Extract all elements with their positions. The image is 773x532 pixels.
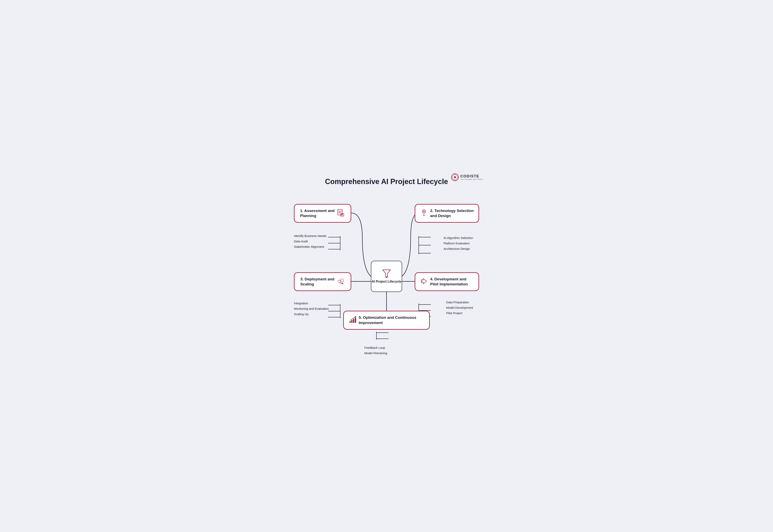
phase1-box: 1. Assessment andPlanning [294,204,351,223]
funnel-icon [381,269,392,278]
svg-rect-41 [341,279,344,282]
deploy-icon [336,277,345,286]
phase3-item-1: Integration [294,302,308,305]
page-wrapper: CODISTE Your Emerging Tech Partner Compr… [290,173,483,359]
phase1-item-1: Identify Business Needs [294,234,326,238]
phase5-items: Feedback Loop Model Retraining [364,346,409,355]
phase5-label: 5. Optimization and Continuous Improveme… [359,315,425,325]
svg-rect-40 [338,280,340,283]
optim-icon [348,316,357,325]
svg-rect-50 [355,318,356,323]
phase1-item-3: Stakeholder Alignment [294,245,324,248]
svg-rect-49 [353,319,354,323]
phase1-label: 1. Assessment andPlanning [300,208,335,218]
phase4-item-2: Model Development [446,306,473,309]
svg-point-2 [454,176,456,178]
logo: CODISTE Your Emerging Tech Partner [451,173,483,181]
phase2-box: 2. Technology Selection and Design [415,204,479,223]
phase3-item-2: Monitoring and Evaluation [294,307,329,310]
logo-icon [451,173,459,181]
center-box: AI Project Lifecycle [371,261,402,292]
phase5-box: 5. Optimization and Continuous Improveme… [343,311,430,329]
svg-point-51 [355,316,356,317]
svg-rect-47 [349,321,351,323]
phase2-items: AI Algorithm Selection Platform Evaluati… [443,236,473,250]
phase3-item-3: Scaling Up [294,312,309,316]
logo-name: CODISTE [460,174,483,178]
dev-icon [420,277,428,286]
phase4-label: 4. Development and Pilot Implementation [430,277,474,287]
phase4-items: Data Preparation Model Development Pilot… [446,300,473,315]
phase4-item-1: Data Preparation [446,300,469,304]
phase4-item-3: Pilot Project [446,311,462,315]
phase4-box: 4. Development and Pilot Implementation [415,272,479,291]
phase3-label: 3. Deployment andScaling [300,277,334,287]
svg-point-39 [423,211,425,212]
svg-rect-29 [338,209,342,215]
svg-rect-28 [386,277,387,278]
phase2-item-3: Architecture Design [443,247,470,250]
svg-rect-48 [351,320,353,323]
diagram: AI Project Lifecycle 1. Assessment andPl… [290,194,483,359]
phase1-items: Identify Business Needs Data Audit Stake… [294,234,326,248]
phase3-box: 3. Deployment andScaling [294,272,351,291]
center-label: AI Project Lifecycle [372,280,401,284]
logo-tagline: Your Emerging Tech Partner [460,178,483,180]
phase1-item-2: Data Audit [294,240,308,243]
svg-marker-26 [382,270,391,277]
phase2-label: 2. Technology Selection and Design [430,208,474,218]
phase5-item-1: Feedback Loop [364,346,385,349]
phase5-item-2: Model Retraining [364,351,387,355]
assessment-icon [337,209,345,218]
phase2-item-1: AI Algorithm Selection [443,236,473,240]
tech-icon [420,209,428,218]
svg-marker-44 [421,279,427,284]
phase3-items: Integration Monitoring and Evaluation Sc… [294,302,329,316]
logo-text-block: CODISTE Your Emerging Tech Partner [460,174,483,180]
phase2-item-2: Platform Evaluation [443,242,470,245]
